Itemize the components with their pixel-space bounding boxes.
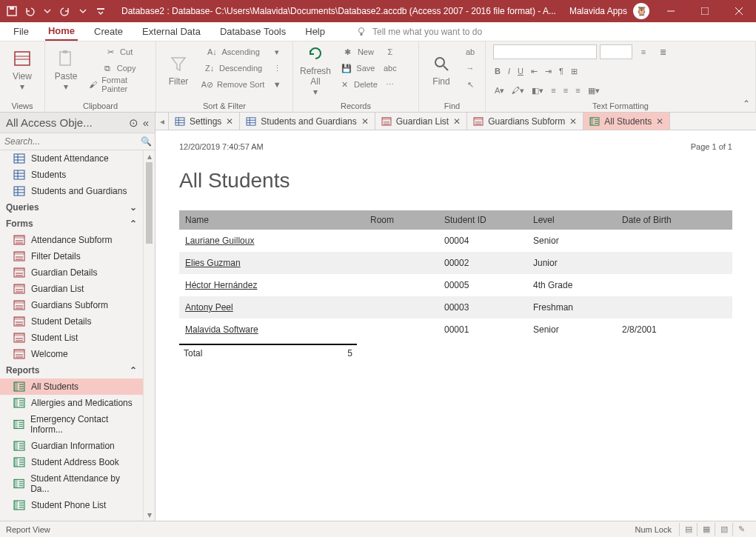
undo-icon[interactable] (24, 5, 36, 17)
view-design-button[interactable]: ✎ (732, 523, 750, 536)
indent-decrease-button[interactable]: ⇤ (529, 64, 539, 79)
redo-icon[interactable] (59, 5, 71, 17)
chevron-down-icon[interactable] (41, 5, 53, 17)
fill-color-button[interactable]: ◧▾ (530, 83, 545, 98)
document-tab[interactable]: All Students✕ (583, 113, 670, 130)
close-tab-icon[interactable]: ✕ (656, 116, 663, 127)
nav-group-forms[interactable]: Forms⌃ (0, 216, 143, 232)
advanced-filter-button[interactable]: ⋮ (269, 61, 285, 76)
save-record-button[interactable]: 💾Save (336, 61, 379, 76)
nav-table-item[interactable]: Students and Guardians (0, 183, 143, 199)
apps-label[interactable]: Malavida Apps (569, 6, 627, 16)
new-record-button[interactable]: ✱New (336, 44, 379, 59)
text-direction-button[interactable]: ¶ (558, 64, 565, 79)
search-icon[interactable]: 🔍 (141, 136, 152, 147)
document-tab[interactable]: Guardian List✕ (375, 113, 467, 130)
document-tab[interactable]: Guardians Subform✕ (467, 113, 583, 130)
tab-file[interactable]: File (10, 22, 32, 41)
nav-report-item[interactable]: Student Attendance by Da... (0, 470, 143, 497)
nav-form-item[interactable]: Filter Details (0, 248, 143, 264)
nav-form-item[interactable]: Attendance Subform (0, 232, 143, 248)
tab-home[interactable]: Home (45, 22, 78, 41)
chevron-down-icon[interactable] (77, 5, 89, 17)
tabs-scroll-left[interactable]: ◂ (155, 113, 169, 130)
cut-button[interactable]: ✂Cut (85, 44, 151, 59)
refresh-all-button[interactable]: Refresh All ▾ (298, 44, 333, 96)
nav-form-item[interactable]: Student Details (0, 313, 143, 330)
nav-form-item[interactable]: Guardians Subform (0, 297, 143, 313)
scroll-up-icon[interactable]: ▴ (144, 150, 155, 162)
nav-report-item[interactable]: Emergency Contact Inform... (0, 411, 143, 438)
tab-help[interactable]: Help (302, 22, 328, 41)
tab-create[interactable]: Create (91, 22, 126, 41)
alternate-row-color-button[interactable]: ▦▾ (586, 83, 601, 98)
nav-form-item[interactable]: Guardian List (0, 281, 143, 297)
nav-form-item[interactable]: Student List (0, 330, 143, 346)
view-report-button[interactable]: ▤ (679, 523, 697, 536)
goto-button[interactable]: → (462, 61, 478, 76)
nav-scrollbar[interactable]: ▴ ▾ (143, 150, 155, 521)
collapse-nav-icon[interactable]: « (143, 116, 149, 129)
nav-header[interactable]: All Access Obje... ⊙ « (0, 113, 155, 133)
filter-button[interactable]: Filter (161, 44, 196, 96)
align-right-button[interactable]: ≡ (574, 83, 581, 98)
nav-report-item[interactable]: Student Phone List (0, 497, 143, 513)
indent-increase-button[interactable]: ⇥ (543, 64, 553, 79)
maximize-button[interactable] (688, 0, 722, 22)
document-tab[interactable]: Students and Guardians✕ (240, 113, 375, 130)
numbering-button[interactable]: ≣ (655, 44, 671, 59)
scroll-thumb[interactable] (146, 162, 153, 244)
bold-button[interactable]: B (493, 64, 502, 79)
view-print-button[interactable]: ▦ (697, 523, 715, 536)
cell-name[interactable]: Lauriane Guilloux (179, 230, 364, 252)
scroll-down-icon[interactable]: ▾ (144, 509, 155, 521)
tab-database-tools[interactable]: Database Tools (217, 22, 289, 41)
totals-button[interactable]: Σ (382, 44, 398, 59)
cell-name[interactable]: Héctor Hernández (179, 274, 364, 296)
close-button[interactable] (722, 0, 756, 22)
ascending-button[interactable]: A↓Ascending (199, 44, 266, 59)
minimize-button[interactable] (654, 0, 688, 22)
remove-sort-button[interactable]: A⊘Remove Sort (199, 77, 266, 92)
view-button[interactable]: View ▾ (4, 44, 40, 96)
nav-table-item[interactable]: Student Attendance (0, 150, 143, 167)
align-left-button[interactable]: ≡ (549, 83, 557, 98)
tab-external-data[interactable]: External Data (139, 22, 204, 41)
collapse-ribbon-icon[interactable]: ⌃ (743, 99, 750, 109)
gridlines-button[interactable]: ⊞ (569, 64, 579, 79)
font-name-dropdown[interactable] (493, 44, 597, 59)
nav-options-icon[interactable]: ⊙ (129, 116, 138, 130)
underline-button[interactable]: U (516, 64, 525, 79)
highlight-button[interactable]: 🖍▾ (510, 83, 526, 98)
nav-table-item[interactable]: Students (0, 167, 143, 183)
align-center-button[interactable]: ≡ (562, 83, 569, 98)
close-tab-icon[interactable]: ✕ (569, 116, 577, 127)
descending-button[interactable]: Z↓Descending (199, 61, 266, 76)
nav-report-item[interactable]: Guardian Information (0, 438, 143, 454)
nav-form-item[interactable]: Guardian Details (0, 264, 143, 281)
select-button[interactable]: ↖ (462, 77, 478, 92)
paste-button[interactable]: Paste ▾ (50, 44, 82, 96)
customize-qat-icon[interactable] (95, 5, 107, 17)
document-tab[interactable]: Settings✕ (169, 113, 240, 130)
nav-form-item[interactable]: Welcome (0, 346, 143, 362)
view-layout-button[interactable]: ▧ (715, 523, 732, 536)
selection-filter-button[interactable]: ▾ (269, 44, 285, 59)
save-icon[interactable] (6, 5, 18, 17)
nav-search-input[interactable] (3, 135, 141, 148)
more-records-button[interactable]: ⋯ (382, 77, 398, 92)
nav-report-item[interactable]: Allergies and Medications (0, 395, 143, 411)
nav-report-item[interactable]: Student Address Book (0, 454, 143, 470)
apps-badge-icon[interactable]: 🦉 (633, 3, 649, 19)
toggle-filter-button[interactable]: ▼ (269, 77, 285, 92)
tell-me[interactable]: Tell me what you want to do (356, 22, 482, 41)
font-size-dropdown[interactable] (600, 44, 632, 59)
cell-name[interactable]: Elies Guzman (179, 252, 364, 274)
nav-group-queries[interactable]: Queries⌄ (0, 199, 143, 216)
close-tab-icon[interactable]: ✕ (453, 116, 461, 127)
font-color-button[interactable]: A▾ (493, 83, 506, 98)
format-painter-button[interactable]: 🖌Format Painter (85, 77, 151, 92)
cell-name[interactable]: Malavida Software (179, 318, 364, 341)
find-button[interactable]: Find (424, 44, 459, 96)
nav-group-reports[interactable]: Reports⌃ (0, 362, 143, 378)
